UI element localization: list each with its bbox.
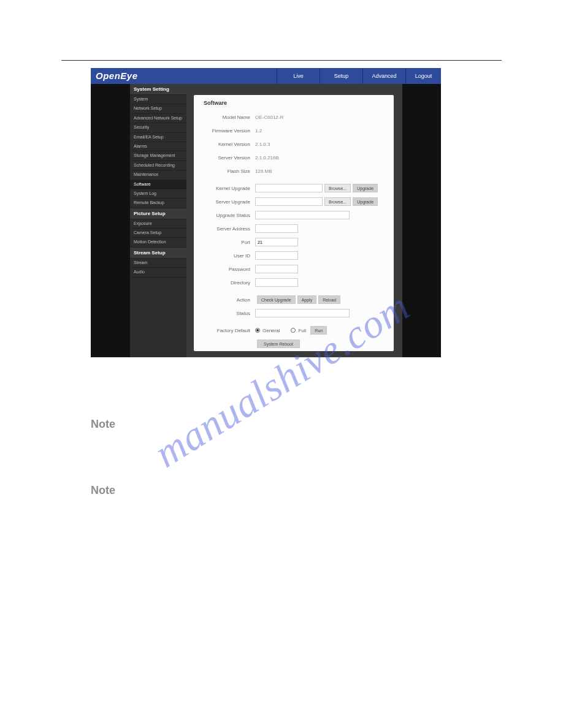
row-kernel: Kernel Version 2.1.0.3 <box>200 139 388 149</box>
row-flash: Flash Size 128 MB <box>200 166 388 176</box>
sidebar: System Setting System Network Setup Adva… <box>130 84 186 357</box>
sidebar-item-syslog[interactable]: System Log <box>130 189 186 199</box>
browse-server-button[interactable]: Browse... <box>324 197 351 206</box>
sidebar-item-backup[interactable]: Remote Backup <box>130 199 186 208</box>
left-pad <box>91 84 130 357</box>
upgrade-kernel-button[interactable]: Upgrade <box>353 184 378 192</box>
row-action: Action Check Upgrade Apply Reload <box>200 295 388 305</box>
right-pad <box>402 84 441 357</box>
screenshot-container: OpenEye Live Setup Advanced Logout Syste… <box>91 68 441 357</box>
label-factory-default: Factory Default <box>200 328 255 333</box>
label-flash: Flash Size <box>200 169 255 174</box>
sidebar-item-advnetwork[interactable]: Advanced Network Setup <box>130 114 186 123</box>
sidebar-item-storage[interactable]: Storage Management <box>130 151 186 161</box>
brand-logo: OpenEye <box>91 68 277 84</box>
row-status: Status <box>200 308 388 318</box>
label-userid: User ID <box>200 253 255 259</box>
content-area: Software Model Name OE-C6012-R Firmware … <box>186 84 402 357</box>
reload-button[interactable]: Reload <box>318 295 340 304</box>
note-label-1: Note <box>91 418 115 430</box>
label-saddr: Server Address <box>200 226 255 232</box>
sidebar-item-network[interactable]: Network Setup <box>130 104 186 113</box>
label-kernel: Kernel Version <box>200 142 255 147</box>
row-server: Server Version 2.1.0.216B <box>200 153 388 162</box>
sidebar-item-audio[interactable]: Audio <box>130 268 186 277</box>
value-kernel: 2.1.0.3 <box>255 142 270 147</box>
nav-advanced[interactable]: Advanced <box>362 68 405 84</box>
row-factory-default: Factory Default General Full Run <box>200 325 388 335</box>
label-ustatus: Upgrade Status <box>200 213 255 218</box>
label-status: Status <box>200 311 255 316</box>
row-server-upgrade: Server Upgrade Browse... Upgrade <box>200 197 388 207</box>
note-label-2: Note <box>91 484 115 496</box>
row-password: Password <box>200 264 388 274</box>
label-kupgrade: Kernel Upgrade <box>200 186 255 191</box>
input-port[interactable] <box>255 238 298 246</box>
row-directory: Directory <box>200 278 388 287</box>
nav-live[interactable]: Live <box>277 68 320 84</box>
sidebar-item-system[interactable]: System <box>130 95 186 104</box>
note-1: Note <box>91 418 115 431</box>
radio-general-label: General <box>262 328 280 333</box>
sidebar-item-motion[interactable]: Motion Detection <box>130 238 186 247</box>
value-model: OE-C6012-R <box>255 115 283 120</box>
page-rule <box>61 60 502 61</box>
input-upgrade-status <box>255 211 350 219</box>
sidebar-header-picture: Picture Setup <box>130 208 186 219</box>
sidebar-header-stream: Stream Setup <box>130 248 186 259</box>
row-port: Port <box>200 237 388 247</box>
label-supgrade: Server Upgrade <box>200 199 255 205</box>
nav-setup[interactable]: Setup <box>320 68 362 84</box>
top-nav: Live Setup Advanced Logout <box>277 68 441 84</box>
sidebar-item-exposure[interactable]: Exposure <box>130 219 186 229</box>
value-server: 2.1.0.216B <box>255 155 279 161</box>
radio-full[interactable] <box>291 328 296 333</box>
row-server-address: Server Address <box>200 224 388 233</box>
software-panel: Software Model Name OE-C6012-R Firmware … <box>194 95 394 351</box>
panel-title: Software <box>204 100 388 106</box>
input-server-file[interactable] <box>255 197 323 206</box>
row-firmware: Firmware Version 1.2 <box>200 126 388 135</box>
label-firmware: Firmware Version <box>200 128 255 134</box>
sidebar-item-stream[interactable]: Stream <box>130 259 186 268</box>
label-action: Action <box>200 297 255 303</box>
top-bar: OpenEye Live Setup Advanced Logout <box>91 68 441 84</box>
value-firmware: 1.2 <box>255 128 262 134</box>
apply-button[interactable]: Apply <box>297 295 317 304</box>
input-userid[interactable] <box>255 251 298 260</box>
row-userid: User ID <box>200 251 388 260</box>
row-upgrade-status: Upgrade Status <box>200 210 388 220</box>
input-status <box>255 309 350 317</box>
body-area: System Setting System Network Setup Adva… <box>91 84 441 357</box>
system-reboot-button[interactable]: System Reboot <box>257 339 300 348</box>
input-password[interactable] <box>255 265 298 273</box>
sidebar-item-software[interactable]: Software <box>130 180 186 189</box>
sidebar-item-maintenance[interactable]: Maintenance <box>130 170 186 180</box>
sidebar-item-email[interactable]: Email/EA Setup <box>130 133 186 142</box>
upgrade-server-button[interactable]: Upgrade <box>353 197 378 206</box>
check-upgrade-button[interactable]: Check Upgrade <box>257 295 296 304</box>
label-password: Password <box>200 267 255 272</box>
radio-full-label: Full <box>298 328 306 333</box>
note-2: Note <box>91 484 115 497</box>
value-flash: 128 MB <box>255 169 272 174</box>
nav-logout[interactable]: Logout <box>405 68 441 84</box>
input-kernel-file[interactable] <box>255 184 323 192</box>
input-server-address[interactable] <box>255 224 298 233</box>
sidebar-item-recording[interactable]: Scheduled Recording <box>130 161 186 170</box>
row-model: Model Name OE-C6012-R <box>200 112 388 122</box>
sidebar-item-camerasetup[interactable]: Camera Setup <box>130 229 186 238</box>
label-model: Model Name <box>200 115 255 120</box>
input-directory[interactable] <box>255 278 298 287</box>
sidebar-item-alarms[interactable]: Alarms <box>130 142 186 151</box>
browse-kernel-button[interactable]: Browse... <box>324 184 351 192</box>
row-kernel-upgrade: Kernel Upgrade Browse... Upgrade <box>200 183 388 193</box>
sidebar-item-security[interactable]: Security <box>130 123 186 132</box>
label-directory: Directory <box>200 280 255 286</box>
run-button[interactable]: Run <box>310 326 327 335</box>
row-reboot: System Reboot <box>200 339 388 349</box>
label-server: Server Version <box>200 155 255 161</box>
sidebar-header-system: System Setting <box>130 84 186 95</box>
label-port: Port <box>200 240 255 245</box>
radio-general[interactable] <box>255 328 260 333</box>
